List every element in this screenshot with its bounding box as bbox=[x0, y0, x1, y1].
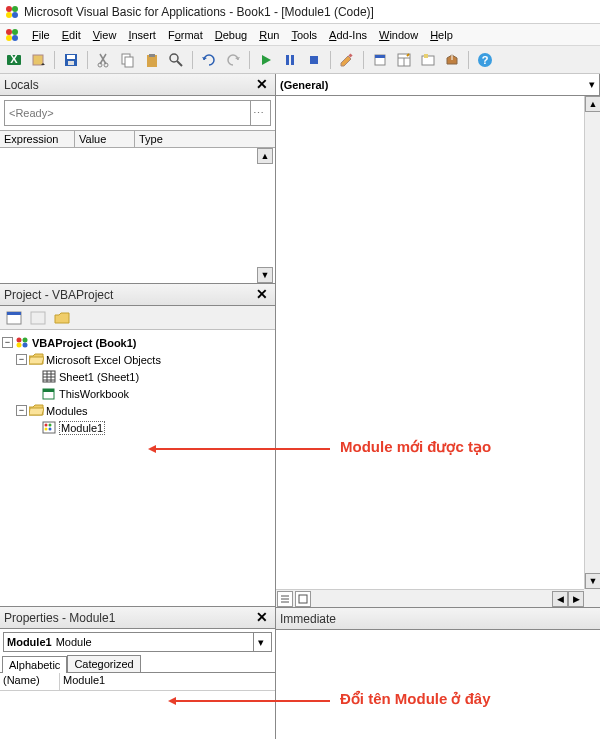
toolbar-separator bbox=[54, 51, 55, 69]
locals-close-button[interactable]: ✕ bbox=[253, 76, 271, 94]
object-combo-value: (General) bbox=[280, 79, 328, 91]
menu-debug[interactable]: Debug bbox=[209, 27, 253, 43]
locals-col-expression[interactable]: Expression bbox=[0, 131, 75, 147]
toggle-folders-button[interactable] bbox=[52, 308, 72, 328]
menu-file[interactable]: File bbox=[26, 27, 56, 43]
immediate-body[interactable] bbox=[276, 630, 600, 739]
chevron-down-icon: ▾ bbox=[253, 633, 268, 651]
menu-addins[interactable]: Add-Ins bbox=[323, 27, 373, 43]
folder-open-icon bbox=[29, 353, 44, 366]
tab-alphabetic[interactable]: Alphabetic bbox=[2, 656, 67, 673]
immediate-panel: Immediate bbox=[276, 607, 600, 739]
menu-window[interactable]: Window bbox=[373, 27, 424, 43]
code-editor[interactable]: ▲ ▼ ◀ ▶ bbox=[276, 96, 600, 607]
menu-format[interactable]: Format bbox=[162, 27, 209, 43]
view-excel-button[interactable]: X bbox=[4, 50, 24, 70]
tree-excel-objects-label: Microsoft Excel Objects bbox=[46, 354, 161, 366]
procedure-view-button[interactable] bbox=[277, 591, 293, 607]
title-bar: Microsoft Visual Basic for Applications … bbox=[0, 0, 600, 24]
object-combo[interactable]: (General) ▾ bbox=[276, 74, 600, 95]
tree-excel-objects[interactable]: − Microsoft Excel Objects bbox=[2, 351, 273, 368]
scroll-up-button[interactable]: ▲ bbox=[257, 148, 273, 164]
object-browser-button[interactable] bbox=[418, 50, 438, 70]
menu-edit[interactable]: Edit bbox=[56, 27, 87, 43]
break-button[interactable] bbox=[280, 50, 300, 70]
tree-thisworkbook[interactable]: ThisWorkbook bbox=[2, 385, 273, 402]
collapse-icon[interactable]: − bbox=[16, 405, 27, 416]
svg-rect-58 bbox=[299, 595, 307, 603]
paste-button[interactable] bbox=[142, 50, 162, 70]
svg-rect-49 bbox=[43, 389, 54, 392]
svg-rect-13 bbox=[68, 61, 74, 65]
svg-point-5 bbox=[12, 29, 18, 35]
tree-module1[interactable]: Module1 bbox=[2, 419, 273, 436]
collapse-icon[interactable]: − bbox=[16, 354, 27, 365]
svg-point-39 bbox=[23, 338, 28, 343]
code-combo-bar: (General) ▾ bbox=[276, 74, 600, 96]
svg-point-40 bbox=[17, 343, 22, 348]
scroll-down-icon[interactable]: ▼ bbox=[585, 573, 600, 589]
reset-button[interactable] bbox=[304, 50, 324, 70]
menu-run[interactable]: Run bbox=[253, 27, 285, 43]
scroll-left-icon[interactable]: ◀ bbox=[552, 591, 568, 607]
project-toolbar bbox=[0, 306, 275, 330]
property-value[interactable]: Module1 bbox=[60, 673, 275, 690]
scroll-right-icon[interactable]: ▶ bbox=[568, 591, 584, 607]
tab-categorized[interactable]: Categorized bbox=[67, 655, 140, 672]
menu-insert[interactable]: Insert bbox=[122, 27, 162, 43]
locals-body: ▲ ▼ bbox=[0, 148, 275, 283]
project-close-button[interactable]: ✕ bbox=[253, 286, 271, 304]
menu-view[interactable]: View bbox=[87, 27, 123, 43]
vba-icon bbox=[4, 4, 20, 20]
property-key: (Name) bbox=[0, 673, 60, 690]
save-button[interactable] bbox=[61, 50, 81, 70]
redo-button[interactable] bbox=[223, 50, 243, 70]
menu-tools[interactable]: Tools bbox=[285, 27, 323, 43]
locals-col-type[interactable]: Type bbox=[135, 131, 275, 147]
help-button[interactable]: ? bbox=[475, 50, 495, 70]
svg-point-2 bbox=[6, 12, 12, 18]
svg-line-21 bbox=[177, 61, 182, 66]
cut-button[interactable] bbox=[94, 50, 114, 70]
undo-button[interactable] bbox=[199, 50, 219, 70]
view-object-button[interactable] bbox=[28, 308, 48, 328]
tree-sheet1-label: Sheet1 (Sheet1) bbox=[59, 371, 139, 383]
scroll-down-button[interactable]: ▼ bbox=[257, 267, 273, 283]
property-row[interactable]: (Name) Module1 bbox=[0, 673, 275, 691]
project-header: Project - VBAProject ✕ bbox=[0, 284, 275, 306]
run-button[interactable] bbox=[256, 50, 276, 70]
tree-sheet1[interactable]: Sheet1 (Sheet1) bbox=[2, 368, 273, 385]
project-tree[interactable]: − VBAProject (Book1) − Microsoft Excel O… bbox=[0, 330, 275, 606]
locals-col-value[interactable]: Value bbox=[75, 131, 135, 147]
collapse-icon[interactable]: − bbox=[2, 337, 13, 348]
full-module-view-button[interactable] bbox=[295, 591, 311, 607]
svg-point-1 bbox=[12, 6, 18, 12]
toolbar-separator bbox=[468, 51, 469, 69]
toolbar-separator bbox=[363, 51, 364, 69]
tree-root-label: VBAProject (Book1) bbox=[32, 337, 137, 349]
tree-root[interactable]: − VBAProject (Book1) bbox=[2, 334, 273, 351]
svg-rect-36 bbox=[7, 312, 21, 315]
horizontal-scrollbar[interactable]: ◀ ▶ bbox=[276, 589, 584, 607]
design-mode-button[interactable] bbox=[337, 50, 357, 70]
locals-columns: Expression Value Type bbox=[0, 130, 275, 148]
prop-combo-type: Module bbox=[56, 636, 92, 648]
svg-point-41 bbox=[23, 343, 28, 348]
scroll-track[interactable] bbox=[585, 112, 600, 573]
view-code-button[interactable] bbox=[4, 308, 24, 328]
toolbox-button[interactable] bbox=[442, 50, 462, 70]
tree-modules-folder[interactable]: − Modules bbox=[2, 402, 273, 419]
svg-point-51 bbox=[45, 424, 48, 427]
copy-button[interactable] bbox=[118, 50, 138, 70]
properties-object-combo[interactable]: Module1 Module ▾ bbox=[3, 632, 272, 652]
svg-text:X: X bbox=[10, 53, 18, 65]
scroll-up-icon[interactable]: ▲ bbox=[585, 96, 600, 112]
properties-close-button[interactable]: ✕ bbox=[253, 609, 271, 627]
insert-dropdown[interactable] bbox=[28, 50, 48, 70]
find-button[interactable] bbox=[166, 50, 186, 70]
project-explorer-button[interactable] bbox=[370, 50, 390, 70]
properties-window-button[interactable] bbox=[394, 50, 414, 70]
menu-help[interactable]: Help bbox=[424, 27, 459, 43]
vertical-scrollbar[interactable]: ▲ ▼ bbox=[584, 96, 600, 589]
locals-context-combo[interactable]: <Ready> ⋯ bbox=[4, 100, 271, 126]
